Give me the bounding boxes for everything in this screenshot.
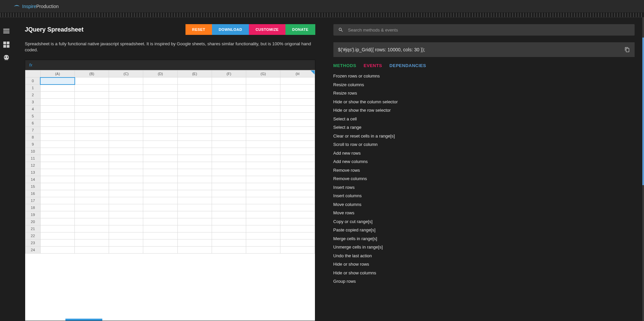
cell[interactable] (143, 176, 177, 183)
cell[interactable] (177, 204, 212, 211)
cell[interactable] (280, 106, 315, 113)
cell[interactable] (246, 113, 280, 120)
tab-dependancies[interactable]: DEPENDANCIES (389, 63, 426, 68)
method-item[interactable]: Select a cell (333, 116, 635, 122)
cell[interactable] (40, 218, 74, 225)
cell[interactable] (212, 120, 246, 127)
row-header[interactable]: 19 (25, 211, 41, 218)
cell[interactable] (280, 99, 315, 106)
cell[interactable] (177, 134, 212, 141)
search-input[interactable] (348, 28, 630, 33)
row-header[interactable]: 22 (25, 232, 41, 239)
cell[interactable] (40, 120, 74, 127)
cell[interactable] (177, 169, 212, 176)
donate-button[interactable]: DONATE (285, 24, 315, 35)
cell[interactable] (212, 85, 246, 92)
cell[interactable] (246, 190, 280, 197)
cell[interactable] (280, 239, 315, 247)
tab-methods[interactable]: METHODS (333, 63, 357, 68)
cell[interactable] (75, 155, 109, 162)
cell[interactable] (212, 197, 246, 204)
cell[interactable] (177, 162, 212, 169)
cell[interactable] (75, 176, 109, 183)
cell[interactable] (109, 85, 143, 92)
cell[interactable] (75, 77, 109, 85)
cell[interactable] (109, 225, 143, 232)
cell[interactable] (280, 141, 315, 148)
cell[interactable] (280, 155, 315, 162)
cell[interactable] (143, 162, 177, 169)
cell[interactable] (177, 127, 212, 134)
cell[interactable] (246, 127, 280, 134)
cell[interactable] (177, 92, 212, 99)
cell[interactable] (280, 77, 315, 85)
cell[interactable] (143, 134, 177, 141)
cell[interactable] (143, 127, 177, 134)
method-item[interactable]: Group rows (333, 278, 635, 285)
cell[interactable] (109, 120, 143, 127)
cell[interactable] (280, 204, 315, 211)
cell[interactable] (246, 162, 280, 169)
cell[interactable] (109, 141, 143, 148)
cell[interactable] (212, 232, 246, 239)
cell[interactable] (246, 99, 280, 106)
cell[interactable] (109, 232, 143, 239)
cell[interactable] (246, 197, 280, 204)
cell[interactable] (143, 99, 177, 106)
row-header[interactable]: 23 (25, 239, 41, 247)
cell[interactable] (177, 99, 212, 106)
method-item[interactable]: Undo the last action (333, 253, 635, 259)
cell[interactable] (75, 169, 109, 176)
method-item[interactable]: Move rows (333, 210, 635, 216)
row-header[interactable]: 20 (25, 218, 41, 225)
cell[interactable] (143, 218, 177, 225)
cell[interactable] (177, 211, 212, 218)
cell[interactable] (280, 85, 315, 92)
row-header[interactable]: 0 (25, 77, 41, 85)
cell[interactable] (280, 113, 315, 120)
method-item[interactable]: Frozen rows or columns (333, 73, 635, 79)
cell[interactable] (246, 77, 280, 85)
cell[interactable] (75, 113, 109, 120)
grid-wrapper[interactable]: (A)(B)(C)(D)(E)(F)(G)(H01234567891011121… (25, 70, 315, 321)
cell[interactable] (75, 127, 109, 134)
method-item[interactable]: Hide or show the row selector (333, 107, 635, 114)
row-header[interactable]: 15 (25, 183, 41, 190)
cell[interactable] (75, 183, 109, 190)
cell[interactable] (143, 247, 177, 254)
cell[interactable] (109, 204, 143, 211)
cell[interactable] (177, 232, 212, 239)
cell[interactable] (143, 225, 177, 232)
cell[interactable] (212, 176, 246, 183)
cell[interactable] (177, 155, 212, 162)
search-box[interactable] (333, 24, 635, 36)
cell[interactable] (246, 239, 280, 247)
cell[interactable] (280, 183, 315, 190)
cell[interactable] (212, 190, 246, 197)
cell[interactable] (280, 169, 315, 176)
method-item[interactable]: Resize rows (333, 90, 635, 97)
cell[interactable] (75, 148, 109, 155)
cell[interactable] (280, 225, 315, 232)
cell[interactable] (75, 197, 109, 204)
cell[interactable] (246, 85, 280, 92)
cell[interactable] (212, 127, 246, 134)
cell[interactable] (143, 106, 177, 113)
cell[interactable] (109, 239, 143, 247)
cell[interactable] (143, 113, 177, 120)
method-item[interactable]: Select a range (333, 124, 635, 131)
cell[interactable] (40, 204, 74, 211)
cell[interactable] (75, 141, 109, 148)
cell[interactable] (75, 162, 109, 169)
cell[interactable] (40, 127, 74, 134)
method-item[interactable]: Insert rows (333, 184, 635, 191)
row-header[interactable]: 8 (25, 134, 41, 141)
method-item[interactable]: Move columns (333, 201, 635, 208)
cell[interactable] (40, 77, 74, 85)
cell[interactable] (109, 176, 143, 183)
cell[interactable] (109, 134, 143, 141)
cell[interactable] (246, 92, 280, 99)
cell[interactable] (143, 169, 177, 176)
cell[interactable] (212, 148, 246, 155)
cell[interactable] (280, 148, 315, 155)
